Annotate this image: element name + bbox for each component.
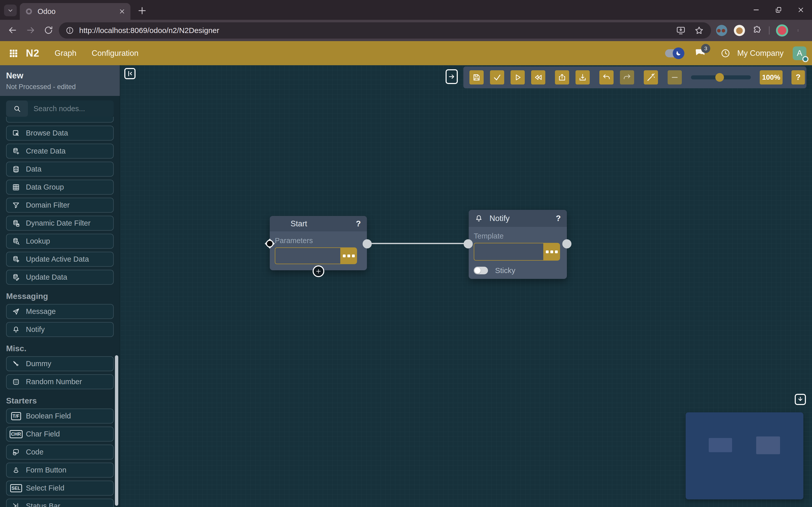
sidebar-item-lookup[interactable]: Lookup	[6, 234, 114, 249]
dark-mode-toggle[interactable]	[665, 49, 681, 57]
restore-icon	[775, 6, 782, 13]
toolbar-import-button[interactable]	[576, 70, 590, 84]
tab-search-button[interactable]	[4, 5, 17, 16]
sidebar-item-update-active-data[interactable]: Update Active Data	[6, 252, 114, 267]
create-data-icon	[12, 148, 20, 155]
toolbar-auto-layout-button[interactable]	[644, 70, 658, 84]
node-start[interactable]: Start ? Parameters	[270, 216, 367, 270]
sidebar-item-dynamic-date-filter[interactable]: Dynamic Date Filter	[6, 216, 114, 231]
add-node-button[interactable]	[312, 266, 324, 277]
sidebar-item-label: Random Number	[26, 378, 82, 386]
forward-button[interactable]	[26, 25, 36, 35]
zoom-level-button[interactable]: 100%	[760, 70, 782, 84]
sidebar-item-create-data[interactable]: Create Data	[6, 144, 114, 159]
help-button[interactable]: ?	[792, 70, 805, 84]
toolbar-export-button[interactable]	[555, 70, 569, 84]
node-start-output-port[interactable]	[363, 239, 372, 248]
extension-avatar-2[interactable]	[734, 25, 745, 36]
apps-grid-icon[interactable]	[9, 49, 18, 58]
node-notify-header[interactable]: Notify ?	[469, 210, 567, 227]
menu-configuration[interactable]: Configuration	[92, 49, 138, 58]
window-close-button[interactable]	[790, 0, 812, 20]
user-initial: A	[797, 49, 802, 58]
parameters-more-button[interactable]	[340, 247, 357, 264]
window-restore-button[interactable]	[767, 0, 790, 20]
sidebar-item-clipped[interactable]	[6, 117, 114, 123]
node-notify[interactable]: Notify ? Template Sticky	[469, 210, 567, 279]
toolbar-save-button[interactable]	[469, 70, 484, 84]
sidebar-item-char-field[interactable]: CHRChar Field	[6, 427, 114, 442]
extensions-puzzle-icon[interactable]	[752, 25, 762, 35]
app-name[interactable]: N2	[26, 48, 39, 59]
reload-button[interactable]	[44, 25, 53, 35]
download-view-button[interactable]	[795, 394, 806, 405]
sidebar-item-domain-filter[interactable]: Domain Filter	[6, 198, 114, 213]
sidebar-item-data-group[interactable]: Data Group	[6, 180, 114, 194]
node-start-input-port[interactable]	[266, 239, 274, 248]
messages-button[interactable]: 3	[694, 48, 706, 59]
collapse-sidebar-button[interactable]	[124, 68, 135, 79]
sidebar-item-select-field[interactable]: SELSelect Field	[6, 481, 114, 496]
open-panel-button[interactable]	[446, 69, 458, 84]
bookmark-star-icon[interactable]	[694, 25, 704, 35]
sidebar-item-browse-data[interactable]: Browse Data	[6, 126, 114, 140]
site-info-icon[interactable]	[65, 26, 74, 35]
node-help-button[interactable]: ?	[356, 219, 361, 228]
toolbar-rewind-button[interactable]	[531, 70, 545, 84]
toolbar-zoom-out-button[interactable]	[668, 70, 682, 84]
sidebar-item-label: Browse Data	[26, 129, 68, 137]
sidebar-item-label: Create Data	[26, 147, 65, 155]
window-minimize-button[interactable]	[745, 0, 767, 20]
browser-profile-avatar[interactable]	[776, 24, 788, 37]
node-start-header[interactable]: Start ?	[270, 216, 367, 231]
toolbar-redo-button[interactable]	[620, 70, 634, 84]
company-name[interactable]: My Company	[737, 49, 784, 58]
sidebar-item-data[interactable]: Data	[6, 162, 114, 177]
minimap[interactable]	[686, 412, 803, 499]
dynamic-date-icon	[12, 220, 20, 227]
address-bar[interactable]: http://localhost:8069/odoo/n2/N2Designer	[59, 22, 711, 39]
sidebar-scrollbar-thumb[interactable]	[115, 355, 118, 506]
node-list: Browse DataCreate DataDataData GroupDoma…	[0, 117, 120, 507]
bell-icon	[12, 326, 20, 333]
sidebar-item-code[interactable]: Code	[6, 445, 114, 459]
dice-icon	[12, 378, 20, 386]
connection-edge[interactable]	[367, 243, 469, 244]
new-tab-button[interactable]	[137, 6, 147, 16]
sidebar-item-label: Data Group	[26, 183, 64, 191]
node-notify-input-port[interactable]	[464, 239, 473, 248]
tab-close-icon[interactable]	[119, 8, 125, 15]
template-more-button[interactable]	[543, 243, 560, 261]
toolbar-run-button[interactable]	[511, 70, 525, 84]
activities-clock-icon[interactable]	[720, 48, 731, 58]
sidebar-item-form-button[interactable]: Form Button	[6, 463, 114, 477]
template-input[interactable]	[474, 243, 543, 261]
search-input[interactable]	[34, 105, 114, 113]
sidebar-item-random-number[interactable]: Random Number	[6, 374, 114, 389]
zoom-slider-knob[interactable]	[715, 73, 724, 82]
install-app-icon[interactable]	[676, 25, 686, 35]
toolbar-validate-button[interactable]	[490, 70, 504, 84]
browser-tab[interactable]: Odoo	[20, 3, 130, 20]
sidebar-item-notify[interactable]: Notify	[6, 322, 114, 337]
sidebar-item-boolean-field[interactable]: T/FBoolean Field	[6, 408, 114, 424]
parameters-input[interactable]	[275, 247, 340, 264]
sidebar-item-label: Select Field	[26, 484, 64, 492]
sidebar-item-update-data[interactable]: Update Data	[6, 270, 114, 285]
sidebar-item-message[interactable]: Message	[6, 304, 114, 319]
sticky-toggle[interactable]	[474, 267, 488, 274]
back-button[interactable]	[8, 25, 17, 35]
play-icon	[513, 73, 522, 82]
sidebar-item-dummy[interactable]: Dummy	[6, 356, 114, 371]
form-button-icon	[12, 466, 20, 474]
extension-avatar-1[interactable]	[716, 25, 727, 36]
browser-menu-button[interactable]	[797, 25, 799, 36]
toolbar-undo-button[interactable]	[599, 70, 614, 84]
menu-graph[interactable]: Graph	[55, 49, 76, 58]
wand-icon	[647, 73, 655, 82]
sidebar-item-status-bar[interactable]: Status Bar	[6, 499, 114, 507]
node-notify-output-port[interactable]	[562, 239, 571, 248]
zoom-slider[interactable]	[691, 75, 751, 79]
node-help-button[interactable]: ?	[556, 214, 561, 223]
user-avatar[interactable]: A	[793, 46, 806, 60]
